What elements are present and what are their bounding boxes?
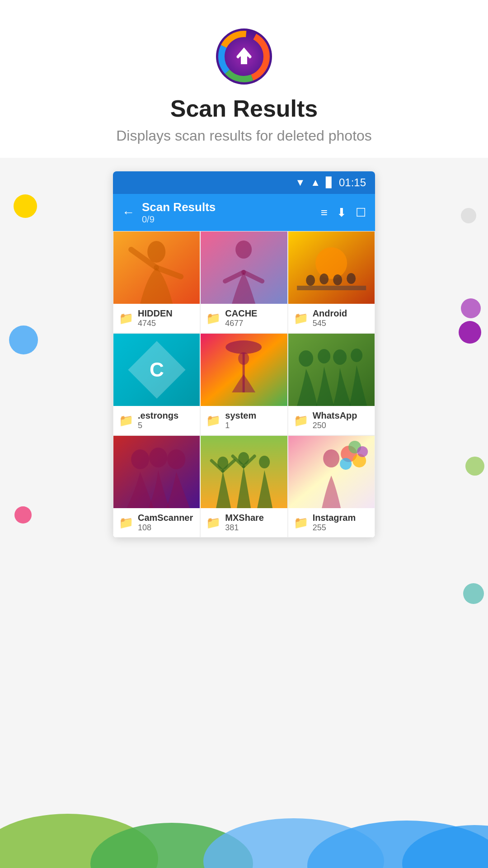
thumbnail-android	[288, 231, 375, 304]
svg-rect-15	[297, 286, 366, 290]
select-button[interactable]: ☐	[356, 206, 366, 220]
battery-icon: ▊	[326, 177, 333, 189]
label-text-cache: CACHE 4677	[225, 308, 257, 328]
folder-name-estrongs: .estrongs	[138, 410, 178, 421]
wifi-icon: ▼	[295, 177, 305, 189]
label-text-whatsapp: WhatsApp 250	[313, 410, 357, 430]
folder-label-instagram: 📁 Instagram 255	[288, 508, 375, 537]
grid-item-whatsapp[interactable]: 📁 WhatsApp 250	[288, 333, 375, 435]
grid-item-mxshare[interactable]: 📁 MXShare 381	[200, 435, 287, 538]
folder-count-camscanner: 108	[138, 523, 193, 533]
signal-icon: ▲	[310, 177, 320, 189]
download-button[interactable]: ⬇	[337, 206, 347, 220]
label-text-estrongs: .estrongs 5	[138, 410, 178, 430]
thumbnail-camscanner	[113, 436, 200, 508]
folder-icon-camscanner: 📁	[119, 516, 133, 530]
svg-point-31	[149, 448, 167, 467]
estrongs-logo: C	[128, 341, 185, 398]
label-text-mxshare: MXShare 381	[225, 513, 264, 533]
decorative-dot-teal	[463, 583, 484, 604]
svg-point-14	[315, 247, 347, 279]
svg-point-17	[319, 274, 328, 284]
grid-item-instagram[interactable]: 📁 Instagram 255	[288, 435, 375, 538]
grid-item-cache[interactable]: 📁 CACHE 4677	[200, 231, 287, 333]
folder-count-cache: 4677	[225, 319, 257, 328]
svg-point-6	[147, 241, 165, 263]
folder-icon-instagram: 📁	[294, 516, 308, 530]
label-text-instagram: Instagram 255	[313, 513, 356, 533]
page-header: Scan Results Displays scan results for d…	[0, 0, 488, 158]
svg-point-28	[351, 349, 362, 362]
folder-name-mxshare: MXShare	[225, 513, 264, 523]
grid-item-system[interactable]: 📁 system 1	[200, 333, 287, 435]
bottom-wave	[0, 769, 488, 868]
decorative-dot-blue	[9, 326, 38, 354]
grid-item-hidden[interactable]: 📁 HIDDEN 4745	[113, 231, 200, 333]
toolbar-title-area: Scan Results 0/9	[142, 200, 216, 225]
decorative-dot-pink	[14, 506, 32, 524]
folder-icon-estrongs: 📁	[119, 414, 133, 428]
folder-label-estrongs: 📁 .estrongs 5	[113, 406, 200, 435]
svg-point-16	[306, 275, 315, 286]
grid-item-android[interactable]: 📁 Android 545	[288, 231, 375, 333]
folder-icon-mxshare: 📁	[206, 516, 221, 530]
folder-label-camscanner: 📁 CamScanner 108	[113, 508, 200, 537]
label-text-android: Android 545	[313, 308, 347, 328]
grid-item-camscanner[interactable]: 📁 CamScanner 108	[113, 435, 200, 538]
toolbar-title: Scan Results	[142, 200, 216, 214]
thumbnail-system	[201, 334, 287, 406]
thumbnail-whatsapp	[288, 334, 375, 406]
folder-count-instagram: 255	[313, 523, 356, 533]
folder-name-whatsapp: WhatsApp	[313, 410, 357, 421]
folder-name-hidden: HIDDEN	[138, 308, 173, 319]
folder-icon: 📁	[119, 311, 133, 326]
folder-icon-system: 📁	[206, 414, 221, 428]
folder-icon-whatsapp: 📁	[294, 414, 308, 428]
svg-point-10	[235, 241, 252, 259]
folder-count-system: 1	[225, 421, 256, 430]
folder-name-android: Android	[313, 308, 347, 319]
folder-name-camscanner: CamScanner	[138, 513, 193, 523]
svg-point-42	[323, 449, 339, 467]
folder-label-whatsapp: 📁 WhatsApp 250	[288, 406, 375, 435]
label-text-hidden: HIDDEN 4745	[138, 308, 173, 328]
app-toolbar: ← Scan Results 0/9 ≡ ⬇ ☐	[113, 194, 375, 231]
folder-label-mxshare: 📁 MXShare 381	[201, 508, 287, 537]
photo-grid: 📁 HIDDEN 4745	[113, 231, 375, 538]
decorative-dot-green	[465, 457, 484, 476]
thumbnail-instagram	[288, 436, 375, 508]
svg-point-18	[333, 274, 342, 285]
toolbar-left: ← Scan Results 0/9	[122, 200, 216, 225]
page-subtitle: Displays scan results for deleted photos	[116, 127, 372, 144]
folder-icon-cache: 📁	[206, 311, 221, 326]
folder-count-hidden: 4745	[138, 319, 173, 328]
status-bar: ▼ ▲ ▊ 01:15	[113, 171, 375, 194]
sort-button[interactable]: ≡	[321, 206, 328, 220]
folder-label-android: 📁 Android 545	[288, 304, 375, 333]
app-logo	[215, 27, 273, 86]
folder-count-android: 545	[313, 319, 347, 328]
svg-point-30	[131, 449, 149, 469]
status-time: 01:15	[339, 176, 366, 189]
svg-point-25	[299, 350, 313, 367]
folder-count-whatsapp: 250	[313, 421, 357, 430]
thumbnail-mxshare	[201, 436, 287, 508]
decorative-dot-darkpurple	[459, 321, 481, 344]
folder-label-cache: 📁 CACHE 4677	[201, 304, 287, 333]
decorative-dot-offwhite	[461, 208, 476, 223]
svg-point-32	[167, 449, 185, 469]
svg-point-26	[318, 349, 330, 363]
decorative-dot-purple	[461, 298, 481, 318]
svg-point-47	[340, 458, 352, 470]
folder-label-hidden: 📁 HIDDEN 4745	[113, 304, 200, 333]
thumbnail-hidden	[113, 231, 200, 304]
folder-count-mxshare: 381	[225, 523, 264, 533]
folder-name-instagram: Instagram	[313, 513, 356, 523]
back-button[interactable]: ←	[122, 205, 135, 220]
svg-point-23	[238, 352, 249, 365]
page-title: Scan Results	[170, 95, 318, 122]
folder-name-cache: CACHE	[225, 308, 257, 319]
svg-point-21	[225, 340, 262, 354]
folder-label-system: 📁 system 1	[201, 406, 287, 435]
grid-item-estrongs[interactable]: C 📁 .estrongs 5	[113, 333, 200, 435]
